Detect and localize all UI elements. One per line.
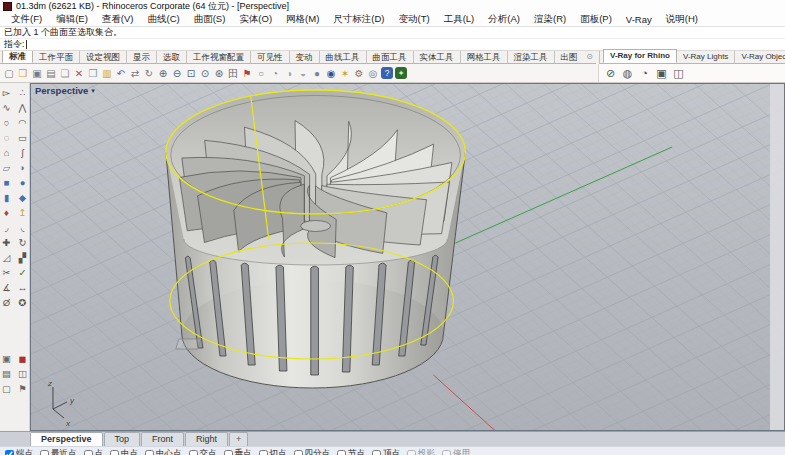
- toolbar-tab-设定视图[interactable]: 设定视图: [80, 51, 127, 63]
- toolbar-tab-标准[interactable]: 标准: [2, 51, 33, 63]
- analyze-angle-icon[interactable]: ∡: [0, 281, 13, 294]
- vray-tab-v-ray-objects[interactable]: V-Ray Objects: [735, 51, 785, 63]
- tab-options-icon[interactable]: ⊙: [583, 51, 596, 64]
- polyline-icon[interactable]: ⋀: [16, 101, 29, 114]
- osnap-checkbox[interactable]: [110, 450, 119, 455]
- rotate-icon[interactable]: ↻: [16, 236, 29, 249]
- viewport-tab-+[interactable]: +: [229, 432, 248, 446]
- osnap-checkbox[interactable]: [40, 450, 49, 455]
- xray-display-icon[interactable]: ◒: [296, 66, 310, 81]
- render-preview-icon[interactable]: ✶: [338, 66, 352, 81]
- toolbar-tab-工作平面[interactable]: 工作平面: [33, 51, 80, 63]
- ellipse-icon[interactable]: ◌: [0, 131, 13, 144]
- osnap-停用[interactable]: 停用: [442, 448, 470, 455]
- toolbar-tab-变动[interactable]: 变动: [290, 51, 320, 63]
- menu-item-尺寸标注(d)[interactable]: 尺寸标注(D): [326, 13, 391, 26]
- playback-icon[interactable]: ◫: [16, 367, 29, 380]
- menu-item-面板(p)[interactable]: 面板(P): [573, 13, 619, 26]
- snapshot-icon[interactable]: ▤: [0, 367, 13, 380]
- menu-item-曲面(s)[interactable]: 曲面(S): [187, 13, 233, 26]
- rendered-display-icon[interactable]: ●: [310, 66, 324, 81]
- menu-item-v-ray[interactable]: V-Ray: [619, 14, 659, 25]
- toolbar-tab-渲染工具[interactable]: 渲染工具: [508, 51, 555, 63]
- copy-icon[interactable]: ❐: [86, 66, 100, 81]
- osnap-交点[interactable]: 交点: [189, 448, 217, 455]
- surface-plane-icon[interactable]: ▱: [0, 161, 13, 174]
- control-point-curve-icon[interactable]: ∿: [0, 101, 13, 114]
- record-render-icon[interactable]: ◼: [16, 352, 29, 365]
- shaded-display-icon[interactable]: ◔: [268, 66, 282, 81]
- delete-icon[interactable]: ✕: [72, 66, 86, 81]
- viewport-tab-front[interactable]: Front: [141, 432, 184, 446]
- solid-tools-icon[interactable]: ◆: [16, 191, 29, 204]
- export-icon[interactable]: ❏: [58, 66, 72, 81]
- menu-item-变动(t)[interactable]: 变动(T): [392, 13, 437, 26]
- polygon-icon[interactable]: ⌂: [0, 146, 13, 159]
- arc-icon[interactable]: ◠: [16, 116, 29, 129]
- osnap-顶点[interactable]: 顶点: [372, 448, 400, 455]
- select-pointer-icon[interactable]: ▻: [0, 86, 13, 99]
- loft-surface-icon[interactable]: ◗: [16, 161, 29, 174]
- perspective-viewport[interactable]: Perspective ▾ zyx: [30, 83, 785, 431]
- vray-tab-v-ray-for-rhino[interactable]: V-Ray for Rhino: [603, 49, 677, 63]
- menu-item-查看(v)[interactable]: 查看(V): [95, 13, 141, 26]
- viewport-canvas[interactable]: zyx: [31, 84, 784, 430]
- viewport-tab-top[interactable]: Top: [104, 432, 141, 446]
- osnap-checkbox[interactable]: [145, 450, 154, 455]
- chamfer-icon[interactable]: ◟: [16, 221, 29, 234]
- open-file-icon[interactable]: ❒: [16, 66, 30, 81]
- menu-item-分析(a)[interactable]: 分析(A): [481, 13, 527, 26]
- box-icon[interactable]: ■: [0, 176, 13, 189]
- sphere-icon[interactable]: ●: [16, 176, 29, 189]
- menu-item-文件(f)[interactable]: 文件(F): [4, 13, 49, 26]
- help-icon[interactable]: ?: [381, 67, 393, 79]
- wireframe-display-icon[interactable]: ○: [254, 66, 268, 81]
- print-icon[interactable]: ▤: [44, 66, 58, 81]
- check-icon[interactable]: ✓: [16, 266, 29, 279]
- new-file-icon[interactable]: ▢: [2, 66, 16, 81]
- osnap-中心点[interactable]: 中心点: [145, 448, 182, 455]
- dimension-icon[interactable]: ↔: [16, 281, 29, 294]
- menu-item-工具(l)[interactable]: 工具(L): [437, 13, 482, 26]
- flag-icon[interactable]: ⚑: [16, 382, 29, 395]
- viewport-tab-perspective[interactable]: Perspective: [30, 432, 103, 446]
- extrude-icon[interactable]: ↥: [16, 206, 29, 219]
- boolean-union-icon[interactable]: ♦: [0, 206, 13, 219]
- zoom-out-icon[interactable]: ⊖: [170, 66, 184, 81]
- toolbar-tab-出图[interactable]: 出图: [555, 51, 584, 63]
- grasshopper-icon[interactable]: ✦: [395, 67, 407, 79]
- circle-icon[interactable]: ○: [0, 116, 13, 129]
- zoom-selected-icon[interactable]: ⊙: [198, 66, 212, 81]
- selection-filter-icon[interactable]: ◎: [366, 66, 380, 81]
- vray-batch-render-icon[interactable]: ◫: [671, 66, 686, 81]
- toolbar-tab-网格工具[interactable]: 网格工具: [461, 51, 508, 63]
- named-view-icon[interactable]: ▣: [0, 352, 13, 365]
- move-icon[interactable]: ✚: [0, 236, 13, 249]
- osnap-垂点[interactable]: 垂点: [224, 448, 252, 455]
- osnap-四分点[interactable]: 四分点: [294, 448, 331, 455]
- toolbar-tab-曲线工具[interactable]: 曲线工具: [320, 51, 367, 63]
- osnap-节点[interactable]: 节点: [337, 448, 365, 455]
- vray-render-icon[interactable]: ⊘: [603, 66, 618, 81]
- osnap-端点[interactable]: 端点: [5, 448, 33, 455]
- paste-icon[interactable]: ▥: [100, 66, 114, 81]
- curve-boolean-icon[interactable]: ✂: [0, 266, 13, 279]
- undo-icon[interactable]: ↶: [114, 66, 128, 81]
- osnap-点[interactable]: 点: [84, 448, 104, 455]
- menu-item-编辑(e)[interactable]: 编辑(E): [49, 13, 95, 26]
- vray-material-editor-icon[interactable]: ◍: [620, 66, 635, 81]
- toolbar-tab-显示[interactable]: 显示: [127, 51, 157, 63]
- vray-asset-editor-icon[interactable]: ◔: [637, 66, 652, 81]
- viewport-title[interactable]: Perspective ▾: [35, 85, 95, 96]
- save-file-icon[interactable]: ▣: [30, 66, 44, 81]
- toolbar-tab-工作视窗配置[interactable]: 工作视窗配置: [187, 51, 251, 63]
- osnap-checkbox[interactable]: [372, 450, 381, 455]
- undo-view-icon[interactable]: ⚑: [240, 66, 254, 81]
- osnap-最近点[interactable]: 最近点: [40, 448, 77, 455]
- render-icon[interactable]: ◉: [324, 66, 338, 81]
- menu-item-渲染(r)[interactable]: 渲染(R): [527, 13, 573, 26]
- ghosted-display-icon[interactable]: ◑: [282, 66, 296, 81]
- lock-object-icon[interactable]: ✪: [16, 296, 29, 309]
- zoom-window-icon[interactable]: ⊡: [184, 66, 198, 81]
- pan-view-icon[interactable]: ⇄: [128, 66, 142, 81]
